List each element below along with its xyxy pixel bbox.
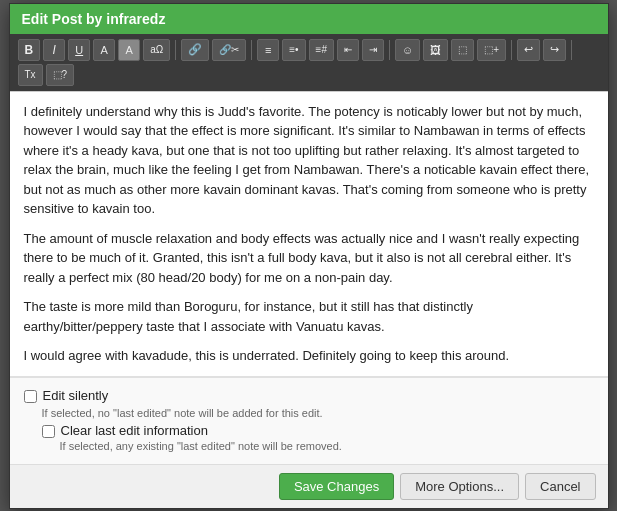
- italic-button[interactable]: I: [43, 39, 65, 61]
- align-button[interactable]: ≡: [257, 39, 279, 61]
- font-color-button[interactable]: A: [93, 39, 115, 61]
- table-button[interactable]: ⬚: [451, 39, 474, 61]
- remove-format-button[interactable]: Tx: [18, 64, 43, 86]
- clear-last-edit-label[interactable]: Clear last edit information: [61, 423, 208, 438]
- unordered-list-button[interactable]: ≡•: [282, 39, 305, 61]
- toolbar-sep-2: [251, 40, 252, 60]
- emoji-button[interactable]: ☺: [395, 39, 420, 61]
- edit-silently-checkbox[interactable]: [24, 390, 37, 403]
- edit-silently-hint: If selected, no "last edited" note will …: [42, 407, 594, 419]
- unlink-button[interactable]: 🔗✂: [212, 39, 246, 61]
- editor-paragraph-3: The taste is more mild than Boroguru, fo…: [24, 297, 594, 336]
- save-changes-button[interactable]: Save Changes: [279, 473, 394, 500]
- image-button[interactable]: 🖼: [423, 39, 448, 61]
- toolbar-sep-1: [175, 40, 176, 60]
- link-button[interactable]: 🔗: [181, 39, 209, 61]
- editor-toolbar: B I U A A aΩ 🔗 🔗✂ ≡ ≡• ≡# ⇤ ⇥ ☺ 🖼 ⬚ ⬚+ ↩…: [10, 34, 608, 91]
- edit-silently-row: Edit silently: [24, 388, 594, 403]
- special-chars-button[interactable]: aΩ: [143, 39, 170, 61]
- indent-button[interactable]: ⇥: [362, 39, 384, 61]
- edit-post-modal: Edit Post by infraredz B I U A A aΩ 🔗 🔗✂…: [9, 3, 609, 509]
- clear-last-edit-checkbox[interactable]: [42, 425, 55, 438]
- edit-silently-label[interactable]: Edit silently: [43, 388, 109, 403]
- source-button[interactable]: ⬚?: [46, 64, 75, 86]
- outdent-button[interactable]: ⇤: [337, 39, 359, 61]
- toolbar-sep-3: [389, 40, 390, 60]
- toolbar-sep-4: [511, 40, 512, 60]
- bold-button[interactable]: B: [18, 39, 41, 61]
- redo-button[interactable]: ↪: [543, 39, 566, 61]
- editor-paragraph-2: The amount of muscle relaxation and body…: [24, 229, 594, 288]
- bg-color-button[interactable]: A: [118, 39, 140, 61]
- options-area: Edit silently If selected, no "last edit…: [10, 377, 608, 464]
- clear-last-edit-hint: If selected, any existing "last edited" …: [60, 440, 594, 452]
- toolbar-sep-5: [571, 40, 572, 60]
- modal-title: Edit Post by infraredz: [10, 4, 608, 34]
- underline-button[interactable]: U: [68, 39, 90, 61]
- editor-content[interactable]: I definitely understand why this is Judd…: [10, 91, 608, 377]
- editor-paragraph-1: I definitely understand why this is Judd…: [24, 102, 594, 219]
- editor-paragraph-4: I would agree with kavadude, this is und…: [24, 346, 594, 366]
- insert-button[interactable]: ⬚+: [477, 39, 506, 61]
- clear-edit-sub-option: Clear last edit information If selected,…: [42, 423, 594, 452]
- undo-button[interactable]: ↩: [517, 39, 540, 61]
- cancel-button[interactable]: Cancel: [525, 473, 595, 500]
- more-options-button[interactable]: More Options...: [400, 473, 519, 500]
- ordered-list-button[interactable]: ≡#: [309, 39, 334, 61]
- modal-footer: Save Changes More Options... Cancel: [10, 464, 608, 508]
- clear-last-edit-row: Clear last edit information: [42, 423, 594, 438]
